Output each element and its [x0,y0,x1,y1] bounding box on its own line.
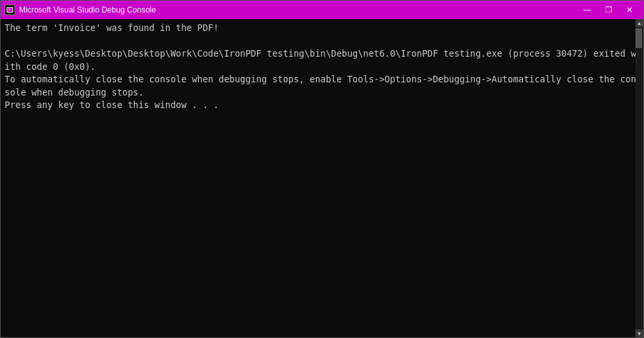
app-icon-inner [7,7,13,13]
title-buttons: — ❐ ✕ [577,3,639,16]
close-button[interactable]: ✕ [620,3,639,16]
console-body: The term 'Invoice' was found in the PDF!… [1,19,643,337]
scroll-up-arrow[interactable]: ▲ [635,19,643,27]
scrollbar-thumb[interactable] [635,28,642,48]
minimize-button[interactable]: — [577,3,597,16]
scrollbar-track[interactable] [635,27,643,329]
console-output: The term 'Invoice' was found in the PDF!… [5,22,639,112]
window-title: Microsoft Visual Studio Debug Console [19,5,156,14]
title-bar-left: Microsoft Visual Studio Debug Console [5,5,156,15]
vertical-scrollbar[interactable]: ▲ ▼ [635,19,643,337]
title-bar: Microsoft Visual Studio Debug Console — … [1,1,643,19]
application-window: Microsoft Visual Studio Debug Console — … [0,0,644,338]
maximize-button[interactable]: ❐ [599,3,618,16]
scroll-down-arrow[interactable]: ▼ [635,329,643,337]
app-icon [5,5,15,15]
